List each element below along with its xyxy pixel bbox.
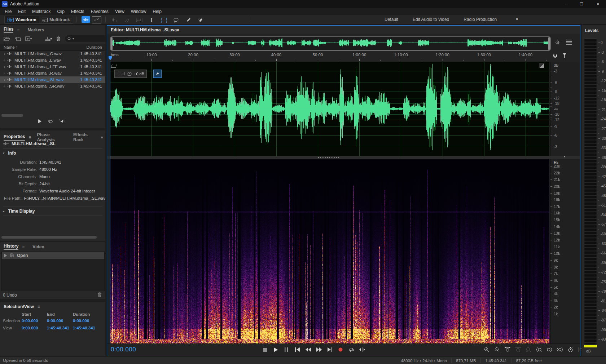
files-horizontal-scrollbar[interactable] [1,114,23,117]
playhead-line[interactable] [110,61,110,343]
rewind-button[interactable] [304,346,312,354]
menu-item-file[interactable]: File [1,8,15,15]
menu-item-window[interactable]: Window [128,8,150,15]
tab-files[interactable]: Files [4,27,13,33]
splitter-collapse-icon[interactable]: ▾ [564,155,566,158]
slip-tool[interactable] [123,16,131,24]
splitter-grip[interactable] [318,157,340,158]
tab-video[interactable]: Video [32,244,44,249]
zoom-out-button[interactable] [493,346,501,354]
zoom-selection-in-point-button[interactable] [535,346,543,354]
menu-item-clip[interactable]: Clip [54,8,68,15]
file-row[interactable]: ›MULTI.HM.dtsma_.L.wav1:45:40.341 [0,57,105,63]
maximize-button[interactable]: ❐ [574,0,590,8]
tab-effects-rack[interactable]: Effects Rack [73,132,97,142]
hud-grip[interactable] [117,72,119,76]
import-file-button[interactable] [14,36,21,41]
stop-button[interactable] [260,346,269,354]
fast-forward-button[interactable] [315,346,323,354]
selview-value[interactable]: 1:45:40.341 [73,326,95,330]
menu-item-favorites[interactable]: Favorites [88,8,112,15]
spectral-view-toggle[interactable] [92,16,101,23]
selview-value[interactable]: 0:00.000 [22,319,38,323]
menu-item-multitrack[interactable]: Multitrack [29,8,54,15]
editor-display-menu-icon[interactable] [566,39,572,45]
file-row-expand-icon[interactable]: › [2,52,7,56]
skip-to-start-button[interactable] [293,346,302,354]
files-search-field[interactable]: ▾ [65,35,112,42]
spectrogram-display[interactable] [110,159,549,343]
menu-item-view[interactable]: View [112,8,128,15]
multitrack-mode-button[interactable]: Multitrack [39,16,73,24]
loop-playback-button[interactable] [347,346,356,354]
zoom-full-selection-button[interactable] [556,346,564,354]
time-ruler[interactable]: hms 10:0020:0030:0040:0050:001:00:001:10… [110,52,549,61]
ibeam-tool[interactable]: I [147,16,156,24]
marquee-selection-tool[interactable] [159,16,168,24]
preview-autoplay-button[interactable] [59,119,65,124]
file-row[interactable]: ›MULTI.HM.dtsma_.C.wav1:45:40.341 [0,50,105,57]
history-item-open[interactable]: Open [2,252,104,259]
marker-pin-icon[interactable] [562,53,567,59]
zoom-in-time-button[interactable] [503,346,512,354]
record-button[interactable] [336,346,345,354]
waveform-corner-grip-icon[interactable] [539,63,544,68]
file-row-expand-icon[interactable]: › [2,78,7,82]
zoom-out-time-button[interactable] [514,346,522,354]
workspace-button-default[interactable]: Default [382,17,400,22]
column-header-name[interactable]: Name ↑ [4,45,18,49]
workspace-button-edit-audio-to-video[interactable]: Edit Audio to Video [410,17,451,22]
column-header-duration[interactable]: Duration [87,45,102,49]
zoom-full-button[interactable] [554,39,561,46]
waveform-mode-button[interactable]: Waveform [4,16,40,24]
time-display[interactable]: 0:00.000 [111,346,136,353]
selview-value[interactable]: 0:00.000 [73,319,89,323]
info-section-header[interactable]: Info [8,151,16,156]
zoom-in-button[interactable] [482,346,491,354]
hud-gain-control[interactable]: +0 dB [114,70,147,78]
save-file-button[interactable]: ▾ [45,36,52,41]
history-panel-menu-icon[interactable]: ≡ [22,244,25,249]
selview-value[interactable]: 1:45:40.341 [47,326,69,330]
workspace-overflow-button[interactable]: » [514,17,521,22]
file-row[interactable]: ›MULTI.HM.dtsma_.R.wav1:45:40.341 [0,70,105,76]
file-row[interactable]: ›MULTI.HM.dtsma_.LFE.wav1:45:40.341 [0,63,105,70]
overview-strip[interactable] [110,36,551,51]
tab-markers[interactable]: Markers [27,27,44,32]
menu-item-edit[interactable]: Edit [15,8,29,15]
preview-play-button[interactable] [38,119,42,124]
move-tool[interactable] [110,16,119,24]
zoom-selection-out-point-button[interactable] [545,346,554,354]
close-button[interactable]: ✕ [590,0,606,8]
playback-timer-button[interactable] [566,346,575,354]
tab-history[interactable]: History [4,244,18,250]
history-clear-button[interactable] [97,292,102,297]
files-panel-menu-icon[interactable]: ≡ [17,27,19,32]
time-display-section-header[interactable]: ▸ Time Display [3,207,102,216]
level-meter[interactable] [584,38,597,345]
play-button[interactable] [271,346,280,354]
file-row-expand-icon[interactable]: › [2,71,7,75]
file-row-expand-icon[interactable]: › [2,84,7,88]
hud-pin-button[interactable] [153,70,162,78]
selection-view-menu-icon[interactable]: ≡ [38,304,40,309]
workspace-button-radio-production[interactable]: Radio Production [461,17,499,22]
properties-panel-menu-icon[interactable]: ≡ [28,135,31,140]
tab-phase-analysis[interactable]: Phase Analysis [37,132,66,142]
selview-value[interactable]: 0:00.000 [22,326,38,330]
hud-gain-value[interactable]: +0 dB [134,72,144,76]
info-collapse-icon[interactable]: ▾ [3,151,5,155]
file-row[interactable]: ›MULTI.HM.dtsma_.SR.wav1:45:40.341 [0,83,105,89]
snap-magnet-icon[interactable] [552,53,558,59]
menu-item-help[interactable]: Help [149,8,165,15]
pause-button[interactable] [282,346,291,354]
skip-to-end-button[interactable] [325,346,334,354]
selection-view-title[interactable]: Selection/View [4,304,34,309]
file-row[interactable]: ›MULTI.HM.dtsma_.SL.wav1:45:40.341 [0,76,105,83]
paintbrush-selection-tool[interactable] [184,16,193,24]
properties-tabs-overflow[interactable]: » [101,135,103,140]
editor-panel-menu-icon[interactable]: ≡ [169,27,172,32]
lasso-selection-tool[interactable] [172,16,180,24]
waveform-display[interactable] [110,62,549,156]
delete-file-button[interactable] [56,36,61,41]
